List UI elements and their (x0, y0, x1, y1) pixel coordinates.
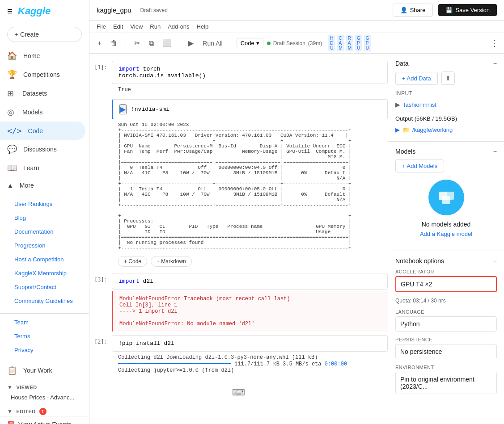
cut-button[interactable]: ✂ (131, 37, 143, 49)
sidebar-item-models[interactable]: ◎ Models (0, 103, 85, 122)
sidebar-edited-section: ▼ EDITED 1 (0, 403, 89, 416)
sidebar-sub-community[interactable]: Community Guidelines (0, 294, 89, 308)
sidebar-item-learn[interactable]: 📖 Learn (0, 159, 85, 177)
session-label: Draft Session (273, 40, 305, 46)
viewed-section-header[interactable]: ▼ VIEWED (0, 382, 89, 391)
cell-type-chevron: ▾ (256, 40, 259, 46)
create-button[interactable]: + Create (7, 27, 82, 42)
menu-edit[interactable]: Edit (113, 21, 123, 32)
add-models-button[interactable]: + Add Models (395, 160, 444, 172)
cell-1-wrapper: import torch torch.cuda.is_available() T… (112, 61, 388, 96)
share-button[interactable]: 👤 Share (393, 4, 433, 17)
models-icon: ◎ (7, 107, 16, 117)
notebook-content: [1]: import torch torch.cuda.is_availabl… (89, 54, 504, 424)
menu-file[interactable]: File (97, 21, 106, 32)
cell-3-input[interactable]: import d2l (112, 273, 388, 290)
sidebar-item-competitions[interactable]: 🏆 Competitions (0, 65, 85, 84)
sidebar-item-code[interactable]: </> Code (0, 122, 85, 140)
data-section-title: Data − (395, 60, 497, 67)
sidebar-item-home[interactable]: 🏠 Home (0, 46, 85, 65)
sidebar-sub-privacy[interactable]: Privacy (0, 343, 89, 357)
run-all-button[interactable]: Run All (200, 38, 225, 49)
environment-value[interactable]: Pin to original environment (2023/C... (395, 372, 497, 394)
sidebar-item-more-toggle[interactable]: ▲ More (0, 177, 89, 193)
sidebar-item-learn-label: Learn (23, 164, 39, 172)
input-file-item[interactable]: ▶ fashionmnist (395, 99, 497, 110)
delete-cell-button[interactable]: 🗑 (108, 38, 120, 49)
gpu-chip-gpu1: GPU (355, 35, 362, 51)
save-icon: 💾 (445, 7, 453, 13)
add-cell-button[interactable]: + (95, 38, 104, 49)
sidebar-sub-documentation[interactable]: Documentation (0, 225, 89, 239)
sidebar-sub-host-competition[interactable]: Host a Competition (0, 252, 89, 266)
add-kaggle-model-link[interactable]: Add a Kaggle model (420, 231, 472, 237)
cell-run-button[interactable]: ▶ (119, 104, 127, 114)
data-actions: + Add Data ⬆ (395, 71, 497, 85)
viewed-collapse-icon[interactable]: ▼ (7, 384, 13, 390)
menu-help[interactable]: Help (197, 21, 209, 32)
paste-button[interactable]: ⬜ (160, 37, 174, 49)
sidebar-sub-terms[interactable]: Terms (0, 329, 89, 343)
add-cell-buttons: + Code + Markdown (112, 253, 388, 269)
input-subsection-title: Input (395, 90, 497, 97)
viewed-item-house-prices[interactable]: House Prices - Advanc... (0, 391, 89, 403)
menu-run[interactable]: Run (150, 21, 161, 32)
save-version-button[interactable]: 💾 Save Version (438, 4, 497, 16)
output-folder-expand-icon[interactable]: ▶ (395, 126, 400, 133)
language-value[interactable]: Python (395, 316, 497, 332)
cell-type-dropdown[interactable]: Code ▾ (237, 38, 263, 48)
data-title-label: Data (395, 60, 409, 67)
sidebar-item-models-label: Models (22, 109, 42, 116)
add-data-button[interactable]: + Add Data (395, 72, 438, 85)
cell-4-input[interactable]: !pip install d2l (112, 335, 388, 352)
add-markdown-button[interactable]: + Markdown (151, 256, 192, 267)
menu-addons[interactable]: Add-ons (168, 21, 189, 32)
edited-collapse-icon[interactable]: ▼ (7, 408, 13, 415)
sidebar-sub-kagglexmentorship[interactable]: KaggleX Mentorship (0, 266, 89, 280)
quota-text: Quota: 03:14 / 30 hrs (395, 298, 497, 304)
sidebar-sub-blog[interactable]: Blog (0, 211, 89, 225)
kaggle-logo: Kaggle (18, 5, 51, 17)
edited-section-header[interactable]: ▼ EDITED 1 (0, 405, 89, 416)
cell-2-input[interactable]: ▶ !nvidia-smi (112, 99, 388, 119)
cell-1-output: True (112, 84, 388, 96)
more-toolbar-button[interactable]: ⋮ (491, 38, 499, 48)
sidebar-sub-team[interactable]: Team (0, 315, 89, 329)
accelerator-label: ACCELERATOR (395, 269, 497, 274)
cell-1-input[interactable]: import torch torch.cuda.is_available() (112, 61, 388, 84)
gpu-chip-gpu2: GPU (364, 35, 371, 51)
notebook-title: kaggle_gpu (97, 6, 131, 14)
copy-button[interactable]: ⧉ (146, 38, 157, 49)
cell-3-wrapper: import d2l ModuleNotFoundError Traceback… (112, 273, 388, 332)
sidebar-sub-user-rankings[interactable]: User Rankings (0, 197, 89, 211)
cell-3: [3]: import d2l ModuleNotFoundError Trac… (89, 273, 388, 332)
menu-view[interactable]: View (130, 21, 143, 32)
cell-4-output: Collecting d2l Downloading d2l-1.0.3-py3… (112, 352, 388, 376)
upload-button[interactable]: ⬆ (441, 71, 455, 85)
session-info: Draft Session (39m) HDU CAM RAM GPU GPU (267, 35, 371, 51)
sidebar-item-competitions-label: Competitions (23, 71, 60, 78)
output-folder-item[interactable]: ▶ 📁 /kaggle/working (395, 125, 497, 135)
persistence-value[interactable]: No persistence (395, 344, 497, 359)
add-code-button[interactable]: + Code (118, 256, 147, 267)
cell-4-wrapper: !pip install d2l Collecting d2l Download… (112, 335, 388, 376)
sidebar-item-datasets[interactable]: ⊞ Datasets (0, 84, 85, 103)
edited-label: EDITED (16, 409, 35, 414)
models-collapse-icon[interactable]: − (493, 148, 497, 155)
view-active-events-button[interactable]: 📅 View Active Events (0, 416, 89, 424)
notebook-toolbar: + 🗑 ✂ ⧉ ⬜ ▶ Run All Code ▾ Draft Session… (89, 33, 504, 54)
sidebar-item-your-work[interactable]: 📋 Your Work (0, 361, 85, 380)
sidebar-sub-support[interactable]: Support/Contact (0, 280, 89, 294)
models-section: Models − + Add Models No models added Ad… (388, 142, 504, 251)
model-cube-icon (428, 180, 464, 215)
input-expand-icon[interactable]: ▶ (395, 101, 400, 108)
accelerator-value[interactable]: GPU T4 ×2 (395, 276, 497, 292)
run-cell-button[interactable]: ▶ (186, 37, 196, 49)
hamburger-icon[interactable]: ☰ (7, 8, 13, 15)
sidebar-item-discussions[interactable]: 💬 Discussions (0, 140, 85, 159)
data-collapse-icon[interactable]: − (493, 60, 497, 67)
sidebar-sub-progression[interactable]: Progression (0, 239, 89, 252)
environment-label: ENVIRONMENT (395, 365, 497, 370)
options-collapse-icon[interactable]: − (493, 257, 497, 264)
edited-badge: 1 (39, 408, 47, 415)
